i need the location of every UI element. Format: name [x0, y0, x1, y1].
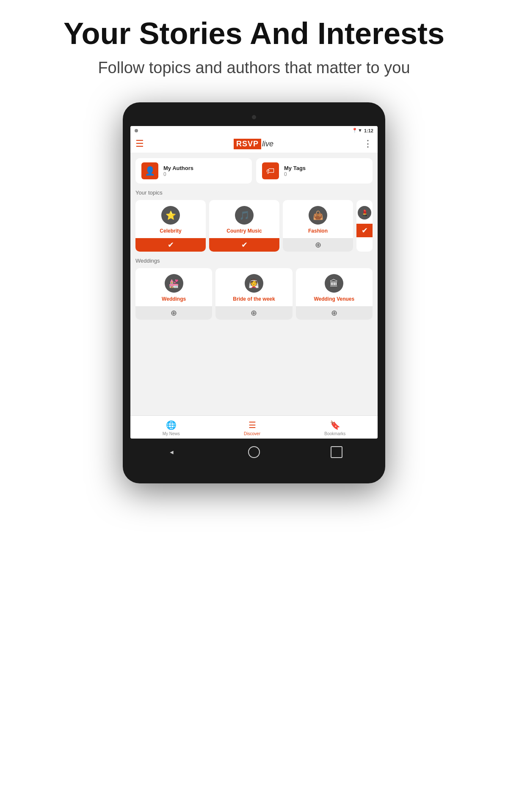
topic-card-bride-of-week: 👰 Bride of the week ⊕: [215, 268, 292, 320]
status-bar: 📍▼ 1:12: [130, 126, 378, 135]
bride-of-week-icon: 👰: [245, 274, 263, 293]
bottom-nav: 🌐 My News ☰ Discover 🔖 Bookmarks: [130, 415, 378, 439]
page-subtitle: Follow topics and authors that matter to…: [98, 59, 410, 77]
my-tags-icon: 🏷: [262, 162, 279, 179]
page-title: Your Stories And Interests: [64, 17, 444, 50]
my-authors-icon: 👤: [141, 162, 158, 179]
nav-item-discover[interactable]: ☰ Discover: [244, 420, 260, 436]
wedding-venues-icon: 🏛: [325, 274, 343, 293]
discover-label: Discover: [244, 431, 260, 436]
back-button[interactable]: ◄: [166, 446, 177, 458]
your-topics-section-title: Your topics: [135, 189, 373, 196]
app-logo: RSVP live: [234, 139, 273, 149]
your-topics-grid: ⭐ Celebrity ✔ 🎵 Country Music ✔: [135, 200, 373, 252]
fashion-follow-btn[interactable]: ⊕: [283, 238, 353, 252]
home-button[interactable]: [248, 446, 260, 458]
beauty-icon: 💄: [358, 206, 371, 219]
app-header: ☰ RSVP live ⋮: [130, 135, 378, 153]
status-dot: [135, 129, 138, 132]
my-authors-count: 0: [163, 171, 193, 177]
topic-card-weddings: 💒 Weddings ⊕: [135, 268, 212, 320]
tablet-device: 📍▼ 1:12 ☰ RSVP live ⋮ 👤 My Authors 0: [123, 102, 385, 483]
my-tags-count: 0: [284, 171, 306, 177]
follow-cards-container: 👤 My Authors 0 🏷 My Tags 0: [135, 158, 373, 184]
my-authors-text: My Authors 0: [163, 165, 193, 177]
fashion-icon: 👜: [309, 206, 327, 225]
bookmarks-icon: 🔖: [330, 420, 340, 430]
country-music-name: Country Music: [226, 228, 262, 234]
weddings-follow-btn[interactable]: ⊕: [135, 306, 212, 320]
beauty-follow-btn[interactable]: ✔: [356, 224, 373, 237]
weddings-icon: 💒: [165, 274, 183, 293]
country-music-follow-btn[interactable]: ✔: [209, 238, 279, 252]
tablet-camera: [252, 115, 256, 119]
my-news-label: My News: [163, 431, 180, 436]
status-time: 📍▼ 1:12: [352, 128, 373, 133]
nav-item-bookmarks[interactable]: 🔖 Bookmarks: [324, 420, 345, 436]
more-options-icon[interactable]: ⋮: [363, 138, 373, 149]
bookmarks-label: Bookmarks: [324, 431, 345, 436]
my-authors-label: My Authors: [163, 165, 193, 171]
app-content: 👤 My Authors 0 🏷 My Tags 0 Your topics: [130, 153, 378, 415]
nav-item-my-news[interactable]: 🌐 My News: [163, 420, 180, 436]
bride-of-week-name: Bride of the week: [233, 296, 275, 302]
celebrity-name: Celebrity: [160, 228, 181, 234]
hamburger-icon[interactable]: ☰: [135, 138, 144, 149]
topic-card-celebrity: ⭐ Celebrity ✔: [135, 200, 206, 252]
wedding-venues-follow-btn[interactable]: ⊕: [296, 306, 373, 320]
wedding-venues-name: Wedding Venues: [314, 296, 354, 302]
tablet-hardware-nav: ◄: [130, 439, 378, 458]
tablet-screen: 📍▼ 1:12 ☰ RSVP live ⋮ 👤 My Authors 0: [130, 126, 378, 439]
weddings-grid: 💒 Weddings ⊕ 👰 Bride of the week ⊕: [135, 268, 373, 320]
weddings-section-title: Weddings: [135, 258, 373, 264]
topic-card-beauty: 💄 ✔: [356, 200, 373, 252]
logo-live-text: live: [262, 140, 273, 148]
celebrity-icon: ⭐: [161, 206, 180, 225]
recent-apps-button[interactable]: [331, 446, 342, 458]
country-music-icon: 🎵: [235, 206, 254, 225]
bride-of-week-follow-btn[interactable]: ⊕: [215, 306, 292, 320]
logo-rsvp-text: RSVP: [234, 139, 261, 149]
my-tags-label: My Tags: [284, 165, 306, 171]
my-tags-card[interactable]: 🏷 My Tags 0: [256, 158, 373, 184]
celebrity-follow-btn[interactable]: ✔: [135, 238, 206, 252]
my-news-icon: 🌐: [166, 420, 177, 430]
topic-card-country-music: 🎵 Country Music ✔: [209, 200, 279, 252]
topic-card-wedding-venues: 🏛 Wedding Venues ⊕: [296, 268, 373, 320]
my-tags-text: My Tags 0: [284, 165, 306, 177]
fashion-name: Fashion: [308, 228, 328, 234]
my-authors-card[interactable]: 👤 My Authors 0: [135, 158, 252, 184]
discover-icon: ☰: [248, 420, 256, 430]
topic-card-fashion: 👜 Fashion ⊕: [283, 200, 353, 252]
weddings-name: Weddings: [162, 296, 186, 302]
content-spacer: [135, 326, 373, 410]
